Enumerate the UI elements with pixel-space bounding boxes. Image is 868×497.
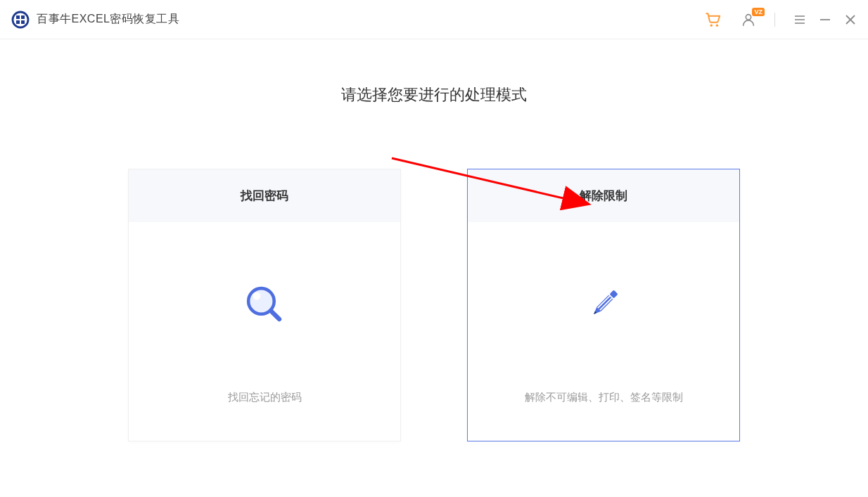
- mode-cards: 找回密码 找回忘记的密码 解除限制: [128, 169, 740, 441]
- menu-icon[interactable]: [793, 13, 806, 26]
- main-heading: 请选择您要进行的处理模式: [341, 84, 527, 105]
- svg-rect-17: [609, 290, 618, 298]
- titlebar-left: 百事牛EXCEL密码恢复工具: [11, 11, 179, 29]
- mode-card-remove-restriction[interactable]: 解除限制 解除不可编辑、打印、签名等限制: [467, 169, 740, 441]
- magnifier-icon: [240, 280, 289, 329]
- titlebar-right: VZ: [704, 11, 857, 29]
- close-icon[interactable]: [844, 13, 857, 26]
- mode-card-header: 找回密码: [129, 169, 400, 222]
- svg-point-5: [710, 24, 713, 26]
- app-logo-icon: [11, 11, 30, 29]
- mode-card-title: 解除限制: [580, 188, 627, 204]
- cart-icon[interactable]: [704, 11, 722, 29]
- svg-point-6: [716, 24, 718, 26]
- user-vip-badge: VZ: [752, 8, 765, 16]
- app-title: 百事牛EXCEL密码恢复工具: [37, 12, 179, 27]
- window-buttons: [793, 13, 857, 26]
- svg-rect-4: [21, 20, 25, 24]
- titlebar: 百事牛EXCEL密码恢复工具 VZ: [0, 0, 868, 39]
- svg-rect-1: [16, 15, 20, 19]
- minimize-icon[interactable]: [819, 13, 831, 26]
- svg-point-7: [746, 14, 751, 19]
- svg-rect-2: [21, 15, 25, 19]
- main-area: 请选择您要进行的处理模式 找回密码 找回忘记的密码 解除限制: [0, 39, 868, 441]
- user-icon[interactable]: VZ: [741, 12, 756, 27]
- mode-card-body: 找回忘记的密码: [129, 222, 400, 441]
- svg-rect-3: [16, 20, 20, 24]
- mode-card-desc: 解除不可编辑、打印、签名等限制: [525, 391, 683, 404]
- mode-card-desc: 找回忘记的密码: [228, 391, 302, 404]
- mode-card-body: 解除不可编辑、打印、签名等限制: [468, 222, 739, 441]
- svg-point-0: [13, 12, 28, 27]
- mode-card-header: 解除限制: [468, 169, 739, 222]
- svg-line-16: [271, 311, 279, 319]
- svg-rect-18: [596, 295, 613, 311]
- mode-card-title: 找回密码: [241, 188, 288, 204]
- pencil-icon: [579, 280, 628, 329]
- titlebar-divider: [774, 13, 775, 27]
- mode-card-recover-password[interactable]: 找回密码 找回忘记的密码: [128, 169, 401, 441]
- svg-point-15: [253, 292, 261, 300]
